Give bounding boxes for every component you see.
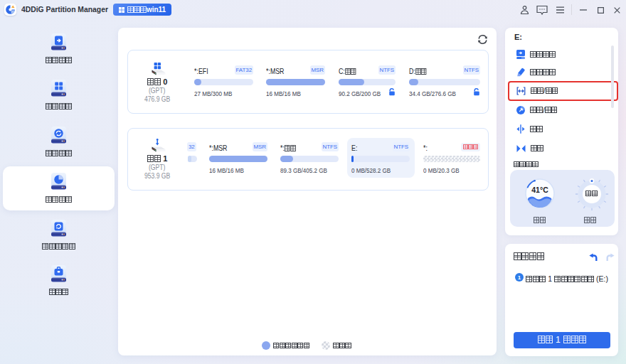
svg-text:41°C: 41°C: [531, 186, 548, 194]
